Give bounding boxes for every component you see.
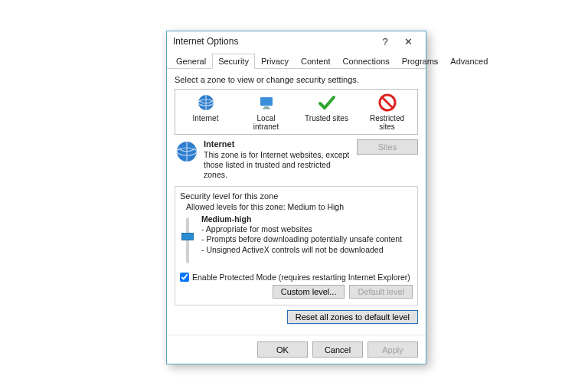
tab-content[interactable]: Content — [295, 54, 337, 69]
zone-description: Internet This zone is for Internet websi… — [204, 139, 352, 180]
zone-internet[interactable]: Internet — [183, 93, 229, 131]
security-legend: Security level for this zone — [180, 191, 413, 201]
ok-button[interactable]: OK — [257, 341, 308, 358]
monitor-icon — [243, 93, 289, 113]
security-slider[interactable] — [180, 214, 195, 268]
zone-label: Restricted sites — [364, 114, 410, 131]
zone-label: Trusted sites — [304, 114, 350, 122]
protected-mode-checkbox[interactable] — [180, 273, 189, 282]
dialog-footer: OK Cancel Apply — [167, 335, 426, 364]
security-level-group: Security level for this zone Allowed lev… — [175, 186, 418, 305]
zone-label: Internet — [183, 114, 229, 122]
zone-description-row: Internet This zone is for Internet websi… — [175, 139, 418, 180]
titlebar[interactable]: Internet Options ? ✕ — [167, 31, 426, 51]
protected-mode-label: Enable Protected Mode (requires restarti… — [192, 273, 410, 282]
zone-text: This zone is for Internet websites, exce… — [204, 150, 352, 180]
zone-group: Select a zone to view or change security… — [175, 75, 418, 180]
zone-trusted-sites[interactable]: Trusted sites — [304, 93, 350, 131]
level-bullet: - Appropriate for most websites — [201, 224, 402, 234]
sites-btn-wrap: Sites — [357, 139, 418, 180]
svg-rect-2 — [260, 97, 273, 106]
help-button[interactable]: ? — [374, 36, 397, 47]
zone-restricted-sites[interactable]: Restricted sites — [364, 93, 410, 131]
custom-level-button[interactable]: Custom level... — [273, 285, 345, 299]
svg-rect-4 — [263, 108, 270, 109]
check-icon — [304, 93, 350, 113]
globe-icon — [175, 139, 199, 164]
level-name: Medium-high — [201, 214, 402, 224]
slider-thumb[interactable] — [181, 233, 194, 240]
protected-mode-row[interactable]: Enable Protected Mode (requires restarti… — [180, 273, 413, 282]
zone-legend: Select a zone to view or change security… — [175, 75, 418, 84]
tab-advanced[interactable]: Advanced — [444, 54, 494, 69]
sites-button[interactable]: Sites — [357, 139, 418, 155]
level-bullet: - Prompts before downloading potentially… — [201, 234, 402, 244]
zone-label: Local intranet — [243, 114, 289, 131]
content-area: Select a zone to view or change security… — [167, 69, 426, 335]
tab-strip: General Security Privacy Content Connect… — [167, 53, 426, 69]
globe-icon — [183, 93, 229, 113]
svg-line-6 — [382, 97, 393, 108]
tab-security[interactable]: Security — [212, 54, 255, 69]
zone-bar: Internet Local intranet Trusted sites — [175, 89, 418, 135]
svg-rect-3 — [264, 106, 269, 108]
window-title: Internet Options — [173, 36, 374, 47]
close-button[interactable]: ✕ — [397, 36, 420, 47]
apply-button[interactable]: Apply — [368, 341, 418, 358]
allowed-levels: Allowed levels for this zone: Medium to … — [186, 202, 413, 211]
level-bullet: - Unsigned ActiveX controls will not be … — [201, 245, 402, 255]
default-level-button[interactable]: Default level — [349, 285, 413, 299]
zone-local-intranet[interactable]: Local intranet — [243, 93, 289, 131]
level-text: Medium-high - Appropriate for most websi… — [201, 214, 402, 268]
reset-zones-button[interactable]: Reset all zones to default level — [287, 310, 418, 324]
tab-connections[interactable]: Connections — [336, 54, 395, 69]
cancel-button[interactable]: Cancel — [312, 341, 363, 358]
tab-programs[interactable]: Programs — [396, 54, 445, 69]
zone-name: Internet — [204, 139, 352, 150]
internet-options-dialog: Internet Options ? ✕ General Security Pr… — [166, 31, 426, 364]
tab-general[interactable]: General — [170, 54, 212, 69]
noentry-icon — [364, 93, 410, 113]
tab-privacy[interactable]: Privacy — [255, 54, 295, 69]
